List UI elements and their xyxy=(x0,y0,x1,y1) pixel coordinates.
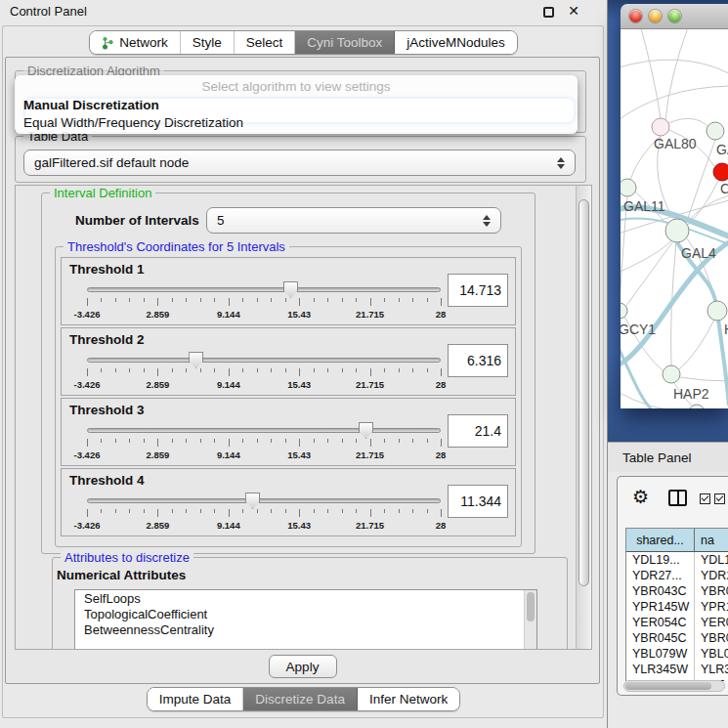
minimize-traffic-light[interactable] xyxy=(649,10,662,22)
table-data-combobox[interactable]: galFiltered.sif default node xyxy=(23,150,576,176)
cell-name: YER0 xyxy=(695,615,728,630)
desktop-background: GAL80GACGAL11GAL4GCY1HHAP2 xyxy=(607,0,728,442)
node-table: shared... na YDL19...YDL1YDR27...YDR2YBR… xyxy=(625,528,728,681)
slider-track[interactable] xyxy=(87,428,441,433)
network-node[interactable] xyxy=(713,163,728,181)
checkbox-icon[interactable] xyxy=(700,493,710,504)
network-icon xyxy=(102,36,114,50)
columns-icon[interactable] xyxy=(668,490,687,506)
algorithm-dropdown-popup: Select algorithm to view settings Manual… xyxy=(15,75,578,134)
tick-label: 2.859 xyxy=(147,379,170,390)
table-row[interactable]: YER054CYER0 xyxy=(626,615,728,630)
tab-style[interactable]: Style xyxy=(181,31,235,54)
tick-label: 15.43 xyxy=(287,309,311,320)
list-scrollbar[interactable] xyxy=(524,590,536,650)
threshold-value-field[interactable]: 21.4 xyxy=(448,414,508,448)
network-node[interactable] xyxy=(707,122,724,140)
apply-button[interactable]: Apply xyxy=(269,655,337,678)
slider-track[interactable] xyxy=(87,498,441,503)
tab-network[interactable]: Network xyxy=(90,31,181,54)
column-header-name[interactable]: na xyxy=(695,529,728,551)
slider-ticks xyxy=(87,298,441,307)
network-node[interactable] xyxy=(652,118,669,136)
dropdown-item-equal-width-frequency[interactable]: Equal Width/Frequency Discretization xyxy=(15,114,578,132)
cell-shared-name: YLR345W xyxy=(626,662,695,677)
dropdown-placeholder-item[interactable]: Select algorithm to view settings xyxy=(15,79,578,97)
network-node[interactable] xyxy=(663,365,680,383)
gear-icon[interactable]: ⚙ xyxy=(632,486,649,508)
table-hscrollbar-thumb[interactable] xyxy=(625,682,711,690)
cell-name: YDR2 xyxy=(695,568,728,583)
slider-track[interactable] xyxy=(87,358,441,363)
dropdown-item-manual-discretization[interactable]: Manual Discretization xyxy=(15,97,578,114)
tick-label: 15.43 xyxy=(287,520,311,531)
tab-discretize-data[interactable]: Discretize Data xyxy=(243,688,358,710)
cell-shared-name: YBR043C xyxy=(626,583,695,599)
network-node[interactable] xyxy=(621,179,636,196)
slider-tick-labels: -3.4262.8599.14415.4321.71528 xyxy=(87,309,441,320)
threshold-value-field[interactable]: 11.344 xyxy=(448,485,508,518)
slider-thumb[interactable] xyxy=(283,281,298,298)
network-window-titlebar xyxy=(621,4,728,29)
group-title: Interval Definition xyxy=(50,186,155,200)
table-row[interactable]: YLR345WYLR3 xyxy=(626,662,728,677)
tab-jactivemnodules[interactable]: jActiveMNodules xyxy=(395,31,517,54)
attributes-group: Attributes to discretize Numerical Attri… xyxy=(52,557,568,650)
slider-track[interactable] xyxy=(87,287,441,292)
tab-impute-data[interactable]: Impute Data xyxy=(148,688,244,710)
slider-thumb[interactable] xyxy=(245,492,260,509)
threshold-value-field[interactable]: 14.713 xyxy=(448,274,508,307)
settings-scrollbar[interactable] xyxy=(576,186,591,649)
close-icon[interactable]: ✕ xyxy=(568,3,579,19)
table-row[interactable]: YBL079WYBL0 xyxy=(626,646,728,662)
table-row[interactable]: YPR145WYPR1 xyxy=(626,599,728,615)
table-data-group: Table Data galFiltered.sif default node xyxy=(15,136,586,183)
cyni-toolbox-panel: Discretization Algorithm Select algorith… xyxy=(5,57,600,684)
table-horizontal-scrollbar[interactable] xyxy=(623,680,725,692)
slider-ticks xyxy=(87,439,441,448)
tick-label: -3.426 xyxy=(74,520,101,531)
table-row[interactable]: YDL19...YDL1 xyxy=(626,552,728,568)
node-label: C xyxy=(720,181,728,196)
threshold-panel: Threshold 4 -3.4262.8599.14415.4321.7152… xyxy=(61,468,516,536)
attribute-list-item[interactable]: TopologicalCoefficient xyxy=(75,606,536,621)
settings-scrollbar-thumb[interactable] xyxy=(578,199,589,586)
tick-label: -3.426 xyxy=(74,450,101,460)
slider-thumb[interactable] xyxy=(359,422,373,439)
tab-cyni-toolbox[interactable]: Cyni Toolbox xyxy=(295,31,395,54)
slider-tick-labels: -3.4262.8599.14415.4321.71528 xyxy=(87,450,441,460)
node-label: GA xyxy=(716,142,728,157)
checkbox-icon[interactable] xyxy=(714,493,725,504)
tick-label: 21.715 xyxy=(356,309,384,320)
table-row[interactable]: YBR045CYBR0 xyxy=(626,630,728,646)
float-window-icon[interactable] xyxy=(543,7,554,18)
table-body: YDL19...YDL1YDR27...YDR2YBR043CYBR0YPR14… xyxy=(626,552,728,681)
number-of-intervals-combobox[interactable]: 5 xyxy=(206,207,501,234)
network-node[interactable] xyxy=(707,301,727,321)
table-subwindow: ⚙ shared... na YDL19...YDL1YDR27...YDR2Y… xyxy=(617,476,728,696)
attribute-list-item[interactable]: BetweennessCentrality xyxy=(75,621,536,637)
threshold-panel: Threshold 2 -3.4262.8599.14415.4321.7152… xyxy=(61,327,516,396)
tab-infer-network[interactable]: Infer Network xyxy=(358,688,459,710)
group-title: Attributes to discretize xyxy=(61,550,193,565)
column-header-shared-name[interactable]: shared... xyxy=(626,529,695,551)
table-row[interactable]: YBR043CYBR0 xyxy=(626,583,728,599)
tick-label: 21.715 xyxy=(356,520,384,531)
slider-ticks xyxy=(87,509,441,518)
tick-label: -3.426 xyxy=(74,379,101,390)
zoom-traffic-light[interactable] xyxy=(668,10,681,22)
attribute-list-item[interactable]: SelfLoops xyxy=(75,590,536,606)
close-traffic-light[interactable] xyxy=(629,10,642,22)
node-label: GCY1 xyxy=(621,321,656,337)
network-canvas[interactable]: GAL80GACGAL11GAL4GCY1HHAP2 xyxy=(621,29,728,408)
network-node[interactable] xyxy=(665,219,689,242)
group-title: Threshold's Coordinates for 5 Intervals xyxy=(64,239,289,254)
list-scrollbar-thumb[interactable] xyxy=(527,592,535,621)
tab-select[interactable]: Select xyxy=(235,31,296,54)
threshold-value-field[interactable]: 6.316 xyxy=(448,344,508,377)
slider-thumb[interactable] xyxy=(189,352,203,368)
tick-label: 9.144 xyxy=(217,520,240,531)
table-panel-region: ⚙ shared... na YDL19...YDL1YDR27...YDR2Y… xyxy=(607,472,728,728)
table-row[interactable]: YDR27...YDR2 xyxy=(626,568,728,583)
settings-scroll-pane: Interval Definition Number of Intervals … xyxy=(15,185,592,650)
